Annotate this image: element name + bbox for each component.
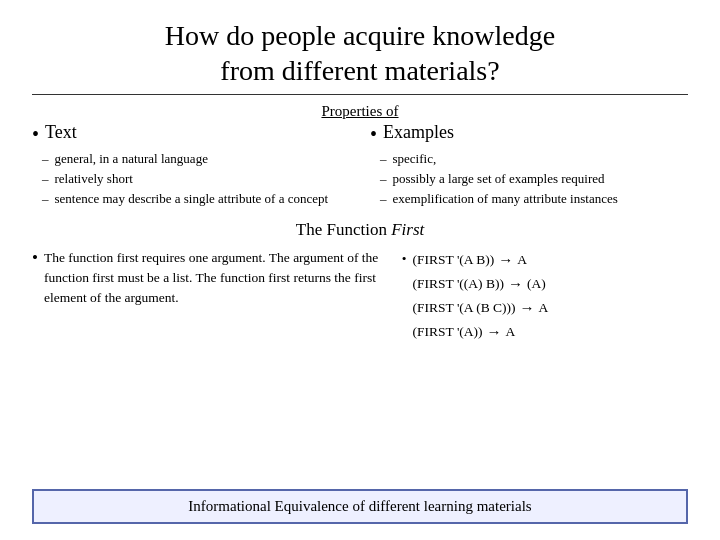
dash-icon: –: [42, 190, 49, 209]
code-expr-3: (FIRST '(A)): [413, 321, 483, 343]
code-rows: (FIRST '(A B)) → A (FIRST '((A) B)) → (A…: [413, 248, 549, 344]
footer-box: Informational Equivalence of different l…: [32, 489, 688, 524]
function-first-italic: First: [391, 220, 424, 239]
dash-icon: –: [380, 150, 387, 169]
examples-column: • Examples – specific, – possibly a larg…: [360, 122, 688, 210]
dash-icon: –: [380, 170, 387, 189]
examples-bullet-header: • Examples: [370, 122, 688, 146]
footer-text: Informational Equivalence of different l…: [188, 498, 531, 514]
list-item: – relatively short: [42, 170, 350, 189]
examples-item-1: specific,: [393, 150, 437, 169]
list-item: – sentence may describe a single attribu…: [42, 190, 350, 209]
code-expr-1: (FIRST '((A) B)): [413, 273, 504, 295]
code-result-1: (A): [527, 273, 546, 295]
function-first-text: The Function: [296, 220, 391, 239]
code-row-1: (FIRST '((A) B)) → (A): [413, 272, 549, 296]
function-desc-bullet: • The function first requires one argume…: [32, 248, 382, 309]
code-result-0: A: [517, 249, 527, 271]
text-sub-list: – general, in a natural language – relat…: [32, 150, 350, 209]
examples-item-3: exemplification of many attribute instan…: [393, 190, 618, 209]
text-bullet-header: • Text: [32, 122, 350, 146]
text-label: Text: [45, 122, 77, 143]
code-row-3: (FIRST '(A)) → A: [413, 320, 549, 344]
bottom-section: • The function first requires one argume…: [32, 248, 688, 344]
arrow-icon-3: →: [487, 320, 502, 344]
code-table: • (FIRST '(A B)) → A (FIRST '((A) B)) → …: [402, 248, 688, 344]
title-line2: from different materials?: [220, 55, 499, 86]
slide: How do people acquire knowledge from dif…: [0, 0, 720, 540]
code-expr-0: (FIRST '(A B)): [413, 249, 495, 271]
text-column: • Text – general, in a natural language …: [32, 122, 360, 210]
code-bullet: •: [402, 248, 407, 270]
examples-label: Examples: [383, 122, 454, 143]
properties-header: Properties of: [32, 103, 688, 120]
title-line1: How do people acquire knowledge: [165, 20, 555, 51]
arrow-icon-2: →: [520, 296, 535, 320]
text-bullet-dot: •: [32, 122, 39, 146]
function-bullet-dot: •: [32, 248, 38, 268]
examples-item-2: possibly a large set of examples require…: [393, 170, 605, 189]
examples-bullet-dot: •: [370, 122, 377, 146]
code-result-2: A: [539, 297, 549, 319]
slide-title: How do people acquire knowledge from dif…: [32, 18, 688, 88]
dash-icon: –: [42, 150, 49, 169]
code-examples-column: • (FIRST '(A B)) → A (FIRST '((A) B)) → …: [392, 248, 688, 344]
list-item: – exemplification of many attribute inst…: [380, 190, 688, 209]
title-divider: [32, 94, 688, 95]
code-result-3: A: [506, 321, 516, 343]
dash-icon: –: [42, 170, 49, 189]
list-item: – possibly a large set of examples requi…: [380, 170, 688, 189]
arrow-icon-1: →: [508, 272, 523, 296]
arrow-icon-0: →: [498, 248, 513, 272]
properties-section: • Text – general, in a natural language …: [32, 122, 688, 210]
list-item: – specific,: [380, 150, 688, 169]
function-first-title: The Function First: [32, 220, 688, 240]
code-row-2: (FIRST '(A (B C))) → A: [413, 296, 549, 320]
dash-icon: –: [380, 190, 387, 209]
function-desc-text: The function first requires one argument…: [44, 248, 382, 309]
text-item-3: sentence may describe a single attribute…: [55, 190, 329, 209]
examples-sub-list: – specific, – possibly a large set of ex…: [370, 150, 688, 209]
function-desc-column: • The function first requires one argume…: [32, 248, 392, 344]
text-item-1: general, in a natural language: [55, 150, 208, 169]
list-item: – general, in a natural language: [42, 150, 350, 169]
text-item-2: relatively short: [55, 170, 133, 189]
code-row-0: (FIRST '(A B)) → A: [413, 248, 549, 272]
code-expr-2: (FIRST '(A (B C))): [413, 297, 516, 319]
